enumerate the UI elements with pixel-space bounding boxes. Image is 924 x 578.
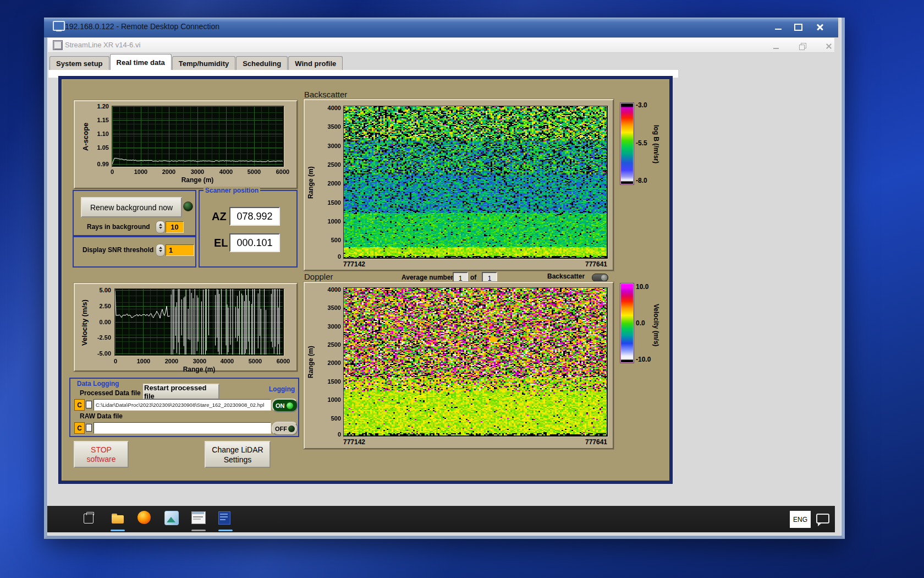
x-tick: 0 xyxy=(103,358,128,364)
y-tick: 1000 xyxy=(319,396,341,403)
close-icon xyxy=(816,23,824,31)
vi-titlebar[interactable] xyxy=(48,38,834,53)
firefox-button[interactable] xyxy=(138,511,152,525)
y-tick: 3500 xyxy=(319,123,341,130)
y-tick: 3000 xyxy=(319,143,341,149)
on-label: ON xyxy=(276,402,285,409)
vi-app-icon xyxy=(53,40,63,50)
y-tick: 1500 xyxy=(319,378,341,385)
raw-path-field[interactable] xyxy=(94,422,271,434)
processed-drive-selector[interactable]: C xyxy=(74,399,85,411)
tab-label: Real time data xyxy=(117,58,165,67)
backscatter-display-toggle[interactable] xyxy=(592,274,608,282)
backscatter-x-end: 777641 xyxy=(574,260,607,268)
task-view-button[interactable] xyxy=(81,511,96,526)
x-tick: 6000 xyxy=(271,168,295,175)
ascope-plot xyxy=(112,106,284,167)
vi-close-button[interactable] xyxy=(821,40,837,53)
off-led-icon xyxy=(288,426,295,432)
vi-window-title: StreamLine XR v14-6.vi xyxy=(65,41,140,49)
processed-logging-toggle[interactable]: ON xyxy=(272,399,298,412)
scanner-position-box xyxy=(199,190,298,268)
doppler-y-axis-label: Range (m) xyxy=(307,340,316,384)
photos-button[interactable] xyxy=(164,511,179,525)
average-number-value: 1 xyxy=(459,275,463,282)
y-tick: 0.00 xyxy=(88,319,111,325)
off-label: OFF xyxy=(275,426,287,432)
restart-processed-file-button[interactable]: Restart processed file xyxy=(143,384,219,400)
y-tick: 1.15 xyxy=(90,117,109,123)
rays-value: 10 xyxy=(170,223,178,231)
file-explorer-button[interactable] xyxy=(111,511,125,526)
x-tick: 4000 xyxy=(215,358,239,364)
vi-restore-button[interactable] xyxy=(794,40,811,53)
language-indicator[interactable]: ENG xyxy=(790,511,811,528)
velocity-plot xyxy=(114,288,284,356)
blue-document-icon-line xyxy=(220,519,226,520)
tab-scheduling[interactable]: Scheduling xyxy=(236,56,288,70)
running-app-indicator xyxy=(191,530,206,531)
spinner-down-icon xyxy=(159,250,162,252)
task-view-icon-pane xyxy=(86,512,94,515)
vi-minimize-button[interactable] xyxy=(768,40,784,53)
y-tick: 2500 xyxy=(319,341,341,348)
app-window-icon-line xyxy=(193,516,203,517)
folder-icon xyxy=(112,515,124,524)
backscatter-y-axis-label: Range (m) xyxy=(307,161,316,205)
maximize-icon xyxy=(794,24,802,31)
tab-temp-humidity[interactable]: Temp/humidity xyxy=(172,56,235,70)
y-tick: 1.05 xyxy=(90,144,109,151)
change-lidar-settings-button[interactable]: Change LiDAR Settings xyxy=(205,441,271,468)
tab-label: System setup xyxy=(56,59,103,68)
raw-data-file-label: RAW Data file xyxy=(80,412,123,420)
velocity-x-axis-label: Range (m) xyxy=(166,366,232,373)
stop-label-line2: software xyxy=(87,455,116,464)
y-tick: 2000 xyxy=(319,359,341,366)
el-label: EL xyxy=(214,237,228,249)
tab-real-time-data[interactable]: Real time data xyxy=(110,54,172,70)
tab-wind-profile[interactable]: Wind profile xyxy=(288,56,343,70)
rdp-maximize-button[interactable] xyxy=(789,20,807,34)
processed-path-field[interactable]: C:\Lidar\Data\Proc\2023\202309\20230908\… xyxy=(94,399,271,411)
y-tick: 0 xyxy=(319,253,341,260)
colorbar-tick: -8.0 xyxy=(636,177,647,184)
drive-letter: C xyxy=(77,424,82,432)
colorbar-tick: -10.0 xyxy=(636,356,651,363)
scan-scheduler-button[interactable] xyxy=(191,511,206,525)
photos-icon-mountain xyxy=(167,517,175,522)
spinner-up-icon xyxy=(159,247,162,249)
labview-app-button[interactable] xyxy=(218,511,232,525)
ascope-x-axis-label: Range (m) xyxy=(164,176,230,184)
y-tick: 5.00 xyxy=(88,287,111,293)
raw-drive-selector[interactable]: C xyxy=(74,422,85,434)
y-tick: 0 xyxy=(319,431,341,438)
colorbar-tick: -3.0 xyxy=(636,101,647,109)
tab-system-setup[interactable]: System setup xyxy=(50,56,109,70)
blue-document-icon-line xyxy=(220,516,228,517)
tab-label: Scheduling xyxy=(243,59,281,68)
y-tick: 1500 xyxy=(319,199,341,206)
firefox-icon xyxy=(138,511,151,524)
y-tick: 2.50 xyxy=(88,303,111,309)
running-app-indicator xyxy=(111,530,125,531)
snr-spinner[interactable] xyxy=(156,244,165,257)
logging-label: Logging xyxy=(269,385,295,393)
rays-value-field[interactable]: 10 xyxy=(166,221,184,233)
y-tick: 2500 xyxy=(319,161,341,168)
feedback-chat-button[interactable] xyxy=(816,514,829,526)
minimize-icon xyxy=(773,48,779,49)
rays-spinner[interactable] xyxy=(156,221,165,233)
rdp-close-button[interactable] xyxy=(809,20,832,34)
ascope-y-axis-label: A-scope xyxy=(81,116,90,157)
raw-logging-toggle[interactable]: OFF xyxy=(272,422,298,435)
average-count-value: 1 xyxy=(488,275,492,282)
processed-browse-icon[interactable] xyxy=(86,401,92,408)
stop-software-button[interactable]: STOP software xyxy=(74,441,129,468)
raw-browse-icon[interactable] xyxy=(86,424,92,432)
backscatter-heatmap-canvas xyxy=(344,106,607,258)
renew-background-button[interactable]: Renew background now xyxy=(81,197,182,217)
rdp-minimize-button[interactable] xyxy=(769,20,788,34)
backscatter-colorbar-label: log B (/m/sr) xyxy=(651,117,660,172)
change-lidar-line2: Settings xyxy=(224,455,252,465)
snr-value-field[interactable]: 1 xyxy=(166,244,194,256)
